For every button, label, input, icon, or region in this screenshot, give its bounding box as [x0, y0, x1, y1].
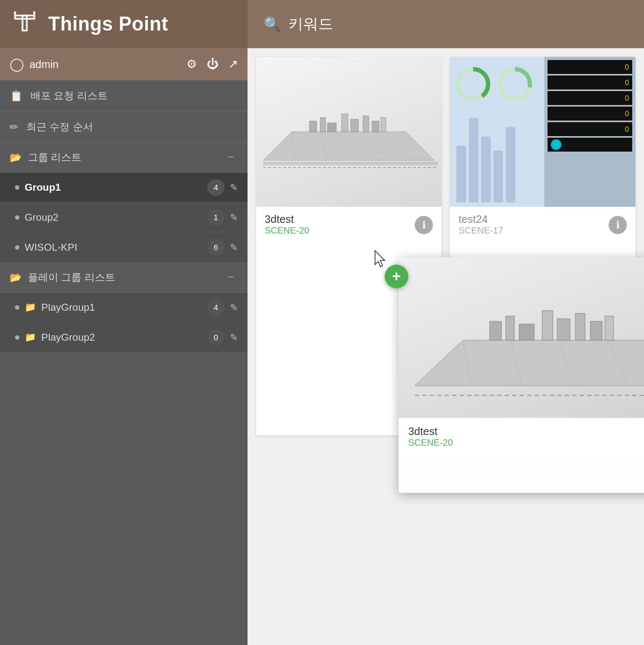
card1-name: 3dtest [265, 213, 309, 226]
group-dot [15, 305, 19, 310]
card2-info-button[interactable]: ℹ [609, 216, 627, 234]
sidebar-item-playgroup2[interactable]: 📁 PlayGroup2 0 ✎ [0, 322, 248, 352]
data-row: 0 [548, 122, 632, 136]
svg-rect-9 [327, 123, 336, 132]
card1-scene: SCENE-20 [265, 226, 309, 236]
user-name: admin [29, 58, 181, 71]
svg-rect-7 [310, 121, 317, 132]
playgroup2-name: PlayGroup2 [41, 332, 202, 343]
data-row: 0 [548, 107, 632, 121]
sidebar-item-wisol[interactable]: WISOL-KPI 6 ✎ [0, 232, 248, 262]
main-content: 🔍 키워드 [248, 0, 644, 645]
playgroup1-name: PlayGroup1 [41, 302, 202, 313]
cyan-dot [551, 139, 561, 150]
playgroup2-count: 0 [207, 329, 224, 346]
bar-chart [454, 106, 540, 202]
play-section-title: 플레이 그룹 리스트 [28, 271, 217, 284]
wisol-edit-icon[interactable]: ✎ [230, 242, 238, 253]
popup-3d-scene [399, 257, 644, 418]
3d-scene [256, 57, 441, 207]
group-section-title: 그룹 리스트 [28, 151, 217, 164]
svg-rect-13 [372, 121, 379, 132]
external-link-icon[interactable]: ↗ [228, 57, 238, 71]
data-value: 0 [625, 94, 629, 102]
sidebar-item-group1[interactable]: Group1 4 ✎ [0, 172, 248, 202]
popup-card[interactable]: 3dtest SCENE-20 ℹ [399, 257, 644, 493]
gauge2 [496, 65, 534, 103]
add-button[interactable]: + [385, 265, 408, 288]
sidebar-item-group2[interactable]: Group2 1 ✎ [0, 202, 248, 232]
svg-rect-11 [350, 119, 358, 132]
search-bar: 🔍 키워드 [248, 0, 644, 48]
svg-rect-35 [575, 313, 585, 340]
bar [469, 118, 478, 202]
card2-name: test24 [459, 213, 503, 226]
bar [506, 127, 515, 202]
settings-icon[interactable]: ⚙ [186, 57, 197, 71]
card1-info-button[interactable]: ℹ [415, 216, 433, 234]
popup-thumbnail [399, 257, 644, 418]
gauge1 [454, 65, 492, 103]
svg-marker-29 [415, 340, 644, 386]
recent-label: 최근 수정 순서 [26, 120, 93, 134]
bar [456, 146, 466, 202]
svg-rect-32 [519, 324, 534, 340]
group2-edit-icon[interactable]: ✎ [230, 212, 238, 223]
card2-thumbnail: 0 0 0 0 0 [450, 57, 635, 207]
bar [493, 151, 503, 202]
svg-rect-12 [363, 116, 369, 132]
user-actions: ⚙ ⏻ ↗ [186, 57, 238, 71]
group-dot [15, 245, 19, 250]
svg-rect-31 [506, 316, 514, 340]
data-value: 0 [625, 109, 629, 118]
svg-rect-22 [263, 162, 438, 166]
card1-info: 3dtest SCENE-20 ℹ [256, 207, 441, 243]
power-icon[interactable]: ⏻ [207, 57, 219, 71]
dashboard-right: 0 0 0 0 0 [544, 57, 635, 207]
group-dot [15, 335, 19, 340]
group-dot [15, 215, 19, 220]
dashboard-left [450, 57, 544, 207]
playgroup2-edit-icon[interactable]: ✎ [230, 332, 238, 343]
group1-edit-icon[interactable]: ✎ [230, 182, 238, 193]
data-row: 0 [548, 76, 632, 89]
svg-rect-8 [320, 117, 326, 132]
data-value: 0 [625, 78, 629, 87]
group-dot [15, 185, 19, 190]
card1-thumbnail [256, 57, 441, 207]
play-section-header: 📂 플레이 그룹 리스트 − [0, 262, 248, 292]
play-collapse-button[interactable]: − [223, 269, 238, 285]
svg-rect-33 [542, 311, 553, 340]
sidebar-item-playgroup1[interactable]: 📁 PlayGroup1 4 ✎ [0, 292, 248, 322]
play-folder-icon: 📂 [10, 272, 21, 283]
group1-count: 4 [207, 179, 224, 196]
popup-info: 3dtest SCENE-20 ℹ [399, 418, 644, 456]
search-keyword-label: 키워드 [288, 14, 333, 34]
playgroup2-folder-icon: 📁 [25, 332, 36, 343]
playgroup1-edit-icon[interactable]: ✎ [230, 302, 238, 313]
group1-name: Group1 [25, 182, 202, 193]
bar [481, 137, 491, 202]
svg-rect-1 [23, 16, 27, 31]
svg-rect-37 [605, 316, 613, 340]
svg-rect-34 [557, 319, 570, 340]
user-bar: ◯ admin ⚙ ⏻ ↗ [0, 48, 248, 80]
clipboard-icon: 📋 [10, 89, 23, 102]
search-icon: 🔍 [264, 16, 281, 33]
pencil-icon: ✏ [10, 121, 19, 133]
svg-rect-30 [490, 321, 501, 340]
popup-scene: SCENE-20 [408, 438, 453, 448]
group-collapse-button[interactable]: − [223, 149, 238, 165]
data-row: 0 [548, 60, 632, 74]
sidebar-header: Things Point [0, 0, 248, 48]
app-title: Things Point [48, 13, 168, 35]
gauge-area [454, 65, 540, 103]
svg-rect-36 [590, 321, 602, 340]
playgroup1-count: 4 [207, 299, 224, 316]
dashboard-preview: 0 0 0 0 0 [450, 57, 635, 207]
sidebar-item-recent[interactable]: ✏ 최근 수정 순서 [0, 111, 248, 142]
sidebar: Things Point ◯ admin ⚙ ⏻ ↗ 📋 배포 요청 리스트 ✏… [0, 0, 248, 645]
sidebar-item-deploy[interactable]: 📋 배포 요청 리스트 [0, 80, 248, 111]
app-logo [11, 10, 39, 38]
user-account-icon: ◯ [10, 57, 24, 72]
